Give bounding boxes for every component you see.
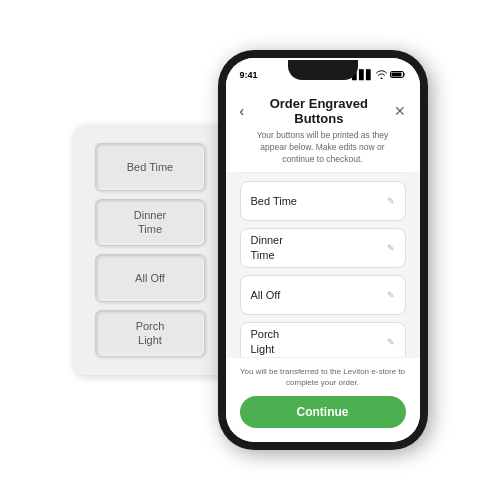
- modal-subtitle: Your buttons will be printed as they app…: [240, 130, 406, 166]
- close-button[interactable]: ✕: [394, 103, 406, 119]
- edit-icon[interactable]: ✎: [387, 290, 395, 300]
- phone: 9:41 ▋▋▋: [218, 50, 428, 450]
- buttons-list: Bed Time ✎ DinnerTime ✎ All Off ✎ PorchL…: [226, 173, 420, 357]
- phone-notch: [288, 60, 358, 80]
- switch-panel: Bed Time DinnerTime All Off PorchLight: [73, 125, 228, 375]
- svg-rect-1: [391, 72, 401, 76]
- switch-button-all-off[interactable]: All Off: [95, 254, 205, 302]
- edit-icon[interactable]: ✎: [387, 337, 395, 347]
- edit-icon[interactable]: ✎: [387, 243, 395, 253]
- switch-button-bed-time[interactable]: Bed Time: [95, 143, 205, 191]
- modal-title-row: ‹ Order Engraved Buttons ✕: [240, 96, 406, 126]
- wifi-icon: [376, 70, 387, 81]
- battery-icon: [390, 70, 406, 81]
- engraved-btn-label: Bed Time: [251, 194, 297, 208]
- modal-title: Order Engraved Buttons: [244, 96, 393, 126]
- continue-button[interactable]: Continue: [240, 396, 406, 428]
- status-icons: ▋▋▋: [352, 70, 406, 81]
- engraved-button-bed-time[interactable]: Bed Time ✎: [240, 181, 406, 221]
- status-time: 9:41: [240, 70, 258, 80]
- phone-screen: 9:41 ▋▋▋: [226, 58, 420, 442]
- scene: Bed Time DinnerTime All Off PorchLight 9…: [20, 30, 480, 470]
- engraved-btn-label: All Off: [251, 288, 281, 302]
- engraved-button-porch-light[interactable]: PorchLight ✎: [240, 322, 406, 357]
- edit-icon[interactable]: ✎: [387, 196, 395, 206]
- engraved-button-dinner-time[interactable]: DinnerTime ✎: [240, 228, 406, 268]
- switch-button-porch-light[interactable]: PorchLight: [95, 310, 205, 358]
- engraved-btn-label: PorchLight: [251, 327, 280, 356]
- engraved-btn-label: DinnerTime: [251, 233, 283, 262]
- modal-footer: You will be transferred to the Leviton e…: [226, 358, 420, 442]
- footer-text: You will be transferred to the Leviton e…: [240, 366, 406, 388]
- engraved-button-all-off[interactable]: All Off ✎: [240, 275, 406, 315]
- modal-header: ‹ Order Engraved Buttons ✕ Your buttons …: [226, 86, 420, 172]
- switch-button-dinner-time[interactable]: DinnerTime: [95, 199, 205, 247]
